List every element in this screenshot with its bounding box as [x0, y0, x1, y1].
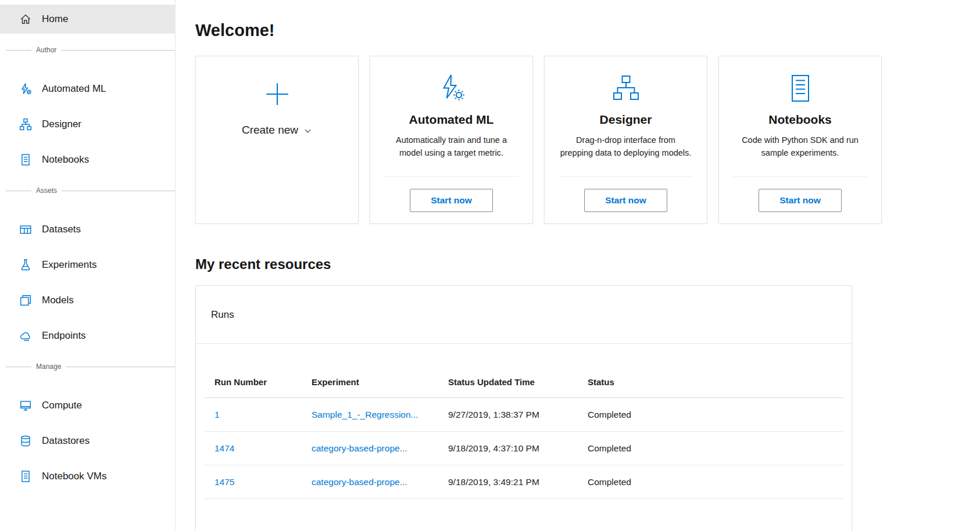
models-icon: [19, 294, 32, 307]
status-value: Completed: [588, 443, 843, 454]
status-updated-time: 9/18/2019, 3:49:21 PM: [448, 477, 588, 487]
column-header-experiment: Experiment: [312, 377, 448, 387]
recent-resources-title: My recent resources: [195, 256, 980, 272]
table-row: 1475 category-based-prope... 9/18/2019, …: [204, 465, 843, 499]
card-title: Notebooks: [768, 113, 832, 127]
section-divider-line: [62, 191, 175, 191]
section-label: Manage: [31, 363, 66, 371]
app-window: Home Author Automated ML: [0, 0, 980, 531]
card-divider: [559, 176, 693, 177]
card-description: Automatically train and tune a model usi…: [370, 134, 532, 159]
designer-card-icon: [612, 72, 640, 105]
runs-tab-row: Runs: [196, 286, 852, 344]
column-header-run-number: Run Number: [214, 377, 312, 387]
sidebar-item-automated-ml[interactable]: Automated ML: [0, 74, 175, 103]
sidebar-item-label: Datasets: [42, 224, 81, 235]
start-now-button[interactable]: Start now: [584, 189, 667, 212]
sidebar-section-author: Author: [0, 44, 175, 56]
sidebar-item-label: Datastores: [42, 435, 90, 447]
status-value: Completed: [588, 410, 843, 420]
sidebar-item-label: Notebooks: [42, 154, 89, 166]
designer-icon: [19, 118, 32, 131]
start-now-button[interactable]: Start now: [410, 189, 493, 212]
sidebar-item-label: Compute: [42, 400, 82, 411]
status-updated-time: 9/27/2019, 1:38:37 PM: [448, 410, 588, 420]
sidebar-section-manage: Manage: [0, 361, 175, 372]
card-notebooks: Notebooks Code with Python SDK and run s…: [718, 56, 882, 224]
endpoints-icon: [19, 329, 32, 342]
sidebar-item-home[interactable]: Home: [0, 5, 175, 34]
experiments-icon: [19, 259, 32, 271]
notebooks-icon: [19, 153, 32, 166]
notebook-vms-icon: [19, 470, 32, 483]
runs-table: Run Number Experiment Status Updated Tim…: [196, 344, 852, 499]
experiment-link[interactable]: category-based-prope...: [312, 443, 407, 453]
sidebar-item-models[interactable]: Models: [0, 286, 175, 315]
section-divider-line: [6, 50, 31, 51]
experiment-link[interactable]: category-based-prope...: [312, 477, 407, 487]
sidebar-item-label: Endpoints: [42, 330, 86, 342]
status-updated-time: 9/18/2019, 4:37:10 PM: [448, 443, 588, 454]
card-divider: [384, 176, 518, 177]
run-number-link[interactable]: 1475: [214, 477, 234, 487]
status-value: Completed: [588, 477, 843, 487]
tab-runs[interactable]: Runs: [211, 309, 234, 321]
plus-icon: [263, 80, 292, 109]
sidebar-item-label: Notebook VMs: [42, 471, 107, 482]
create-new-card[interactable]: Create new: [195, 56, 359, 224]
main-content: Welcome! Create new: [176, 0, 980, 531]
card-description: Drag-n-drop interface from prepping data…: [545, 134, 707, 159]
sidebar-item-datastores[interactable]: Datastores: [0, 426, 175, 455]
create-new-dropdown[interactable]: Create new: [242, 124, 312, 137]
section-divider-line: [6, 367, 31, 367]
run-number-link[interactable]: 1474: [214, 443, 234, 453]
card-description: Code with Python SDK and run sample expe…: [719, 134, 881, 159]
section-label: Author: [31, 46, 61, 54]
datastores-icon: [19, 435, 32, 447]
experiment-link[interactable]: Sample_1_-_Regression...: [312, 410, 419, 419]
sidebar: Home Author Automated ML: [0, 0, 176, 531]
table-row: 1474 category-based-prope... 9/18/2019, …: [204, 432, 843, 465]
automated-ml-card-icon: [437, 72, 467, 105]
sidebar-item-label: Home: [42, 13, 68, 25]
create-new-label: Create new: [242, 124, 298, 137]
column-header-status: Status: [588, 377, 843, 387]
sidebar-item-designer[interactable]: Designer: [0, 110, 175, 139]
notebooks-card-icon: [787, 72, 814, 105]
home-icon: [19, 13, 32, 26]
sidebar-item-datasets[interactable]: Datasets: [0, 215, 175, 244]
sidebar-item-compute[interactable]: Compute: [0, 391, 175, 420]
quick-start-cards: Create new Automated ML: [195, 56, 980, 224]
datasets-icon: [19, 223, 32, 236]
table-row: 1 Sample_1_-_Regression... 9/27/2019, 1:…: [204, 398, 843, 432]
sidebar-item-experiments[interactable]: Experiments: [0, 250, 175, 279]
sidebar-item-notebooks[interactable]: Notebooks: [0, 145, 175, 174]
section-divider-line: [6, 191, 31, 191]
section-label: Assets: [31, 186, 62, 195]
sidebar-item-label: Experiments: [42, 259, 96, 271]
run-number-link[interactable]: 1: [214, 410, 220, 419]
page-title: Welcome!: [195, 21, 980, 40]
section-divider-line: [61, 50, 175, 51]
sidebar-item-endpoints[interactable]: Endpoints: [0, 321, 175, 350]
chevron-down-icon: [303, 125, 312, 135]
table-header-row: Run Number Experiment Status Updated Tim…: [204, 344, 843, 398]
sidebar-item-notebook-vms[interactable]: Notebook VMs: [0, 462, 175, 491]
start-now-button[interactable]: Start now: [759, 189, 842, 212]
column-header-status-updated-time: Status Updated Time: [448, 377, 588, 387]
compute-icon: [19, 399, 32, 412]
section-divider-line: [66, 367, 175, 367]
card-title: Automated ML: [409, 113, 494, 127]
sidebar-item-label: Models: [42, 295, 74, 306]
runs-panel: Runs Run Number Experiment Status Update…: [195, 285, 852, 531]
card-automated-ml: Automated ML Automatically train and tun…: [370, 56, 533, 224]
card-title: Designer: [600, 113, 652, 127]
sidebar-item-label: Automated ML: [42, 83, 106, 95]
card-designer: Designer Drag-n-drop interface from prep…: [544, 56, 707, 224]
sidebar-section-assets: Assets: [0, 185, 175, 196]
sidebar-item-label: Designer: [42, 119, 81, 130]
automated-ml-icon: [19, 82, 32, 95]
card-divider: [733, 176, 867, 177]
